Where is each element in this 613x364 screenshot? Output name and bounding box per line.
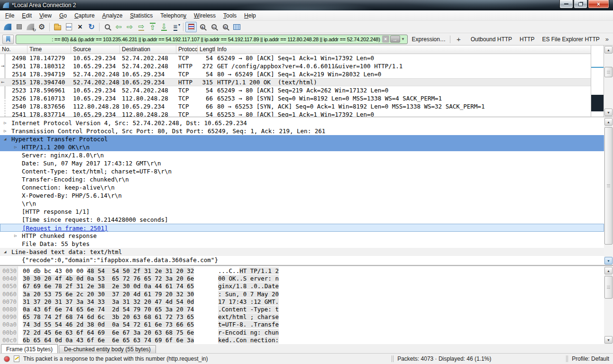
minimize-button[interactable] xyxy=(559,0,573,9)
find-packet-icon[interactable] xyxy=(101,22,113,32)
tab-frame-315-bytes-[interactable]: Frame (315 bytes) xyxy=(1,344,58,353)
go-back-icon[interactable] xyxy=(113,22,124,32)
hex-bytes[interactable]: 65 78 74 2f 68 74 6d 6c 3b 20 63 68 61 7… xyxy=(23,313,194,321)
close-button[interactable]: × xyxy=(588,0,609,9)
collapsed-expander-icon[interactable]: ▷ xyxy=(14,232,17,240)
hex-bytes[interactable]: 72 2d 45 6e 63 6f 64 69 6e 67 3a 20 63 6… xyxy=(23,329,194,337)
capture-options-icon[interactable] xyxy=(36,22,47,32)
scrollbar-thumb[interactable] xyxy=(604,276,613,299)
menu-telephony[interactable]: Telephony xyxy=(156,11,190,20)
auto-scroll-icon[interactable] xyxy=(170,22,181,32)
zoom-out-icon[interactable] xyxy=(208,22,220,32)
hex-ascii[interactable]: ext/html ; charse xyxy=(218,313,279,321)
expanded-expander-icon[interactable]: ◢ xyxy=(4,248,6,256)
expert-info-icon[interactable] xyxy=(4,356,10,362)
hex-row-00c0[interactable]: 00c06b 65 64 0d 0a 43 6f 6e 6e 65 63 74 … xyxy=(0,337,604,344)
display-filter-input[interactable]: : == 80) && (ip.addr == 103.235.46.231 |… xyxy=(16,35,408,44)
hex-ascii[interactable]: 17 17:43 :12 GMT. xyxy=(218,298,279,306)
restart-capture-icon[interactable] xyxy=(25,22,36,32)
column-header-length[interactable]: Length xyxy=(198,46,215,54)
detail-row[interactable]: ▷Internet Protocol Version 4, Src: 52.74… xyxy=(0,119,604,127)
menu-file[interactable]: File xyxy=(1,11,18,20)
hex-row-0030[interactable]: 003000 db bc 43 00 00 48 54 54 50 2f 31 … xyxy=(0,267,604,275)
detail-row[interactable]: File Data: 55 bytes xyxy=(0,240,604,248)
open-file-icon[interactable] xyxy=(52,22,63,32)
menu-edit[interactable]: Edit xyxy=(18,11,36,20)
filter-shortcut-button[interactable]: ES File Explorer HTTP xyxy=(538,35,603,44)
scroll-up-icon[interactable]: ▲ xyxy=(604,267,613,274)
start-capture-icon[interactable] xyxy=(2,22,13,32)
menu-help[interactable]: Help xyxy=(240,11,260,20)
go-forward-icon[interactable] xyxy=(124,22,136,32)
menu-go[interactable]: Go xyxy=(55,11,71,20)
detail-row[interactable]: \r\n xyxy=(0,200,604,208)
detail-row[interactable]: ▷Transmission Control Protocol, Src Port… xyxy=(0,127,604,135)
capture-comment-icon[interactable] xyxy=(14,355,19,362)
profile-label[interactable]: Profile: Default xyxy=(572,355,609,362)
column-header-destination[interactable]: Destination xyxy=(120,46,176,54)
scroll-down-icon[interactable]: ▼ xyxy=(604,257,613,264)
packet-row-2541[interactable]: 2541178.83771410.65.29.234112.80.248.28T… xyxy=(0,110,591,117)
details-scrollbar[interactable]: ▲ ▼ xyxy=(604,118,613,265)
scroll-up-icon[interactable]: ▲ xyxy=(604,118,613,126)
packet-row-2514[interactable]: 2514178.39471952.74.202.24810.65.29.234T… xyxy=(0,70,591,78)
scrollbar-thumb[interactable] xyxy=(604,127,613,245)
resize-columns-icon[interactable] xyxy=(231,22,242,32)
display-filter-text[interactable]: : == 80) && (ip.addr == 103.235.46.231 |… xyxy=(19,36,380,42)
hex-bytes[interactable]: 0a 43 6f 6e 74 65 6e 74 2d 54 79 70 65 3… xyxy=(23,306,194,313)
packet-row-2526[interactable]: 2526178.61071310.65.29.234112.80.248.28T… xyxy=(0,94,591,102)
packet-row-2540[interactable]: 2540178.837656112.80.248.2810.65.29.234T… xyxy=(0,102,591,110)
add-filter-button[interactable]: + xyxy=(452,35,465,43)
column-header-no[interactable]: No. xyxy=(0,46,27,54)
scroll-down-icon[interactable]: ▼ xyxy=(604,109,613,116)
save-file-icon[interactable] xyxy=(63,22,74,32)
hex-row-00b0[interactable]: 00b072 2d 45 6e 63 6f 64 69 6e 67 3a 20 … xyxy=(0,329,604,337)
hex-row-0040[interactable]: 004030 30 20 4f 4b 0d 0a 53 65 72 76 65 … xyxy=(0,275,604,282)
filter-bookmark-button[interactable] xyxy=(2,35,14,44)
scroll-down-icon[interactable]: ▼ xyxy=(604,336,613,344)
hex-ascii[interactable]: 00 OK..S erver: n xyxy=(218,275,279,282)
hex-row-00a0[interactable]: 00a074 3d 55 54 46 2d 38 0d 0a 54 72 61 … xyxy=(0,321,604,328)
scrollbar-thumb[interactable] xyxy=(604,67,613,77)
detail-row[interactable]: Connection: keep-alive\r\n xyxy=(0,183,604,191)
hex-bytes[interactable]: 30 30 20 4f 4b 0d 0a 53 65 72 76 65 72 3… xyxy=(23,275,194,282)
menu-wireless[interactable]: Wireless xyxy=(190,11,220,20)
filter-dropdown-icon[interactable]: ▼ xyxy=(400,37,406,41)
colorize-icon[interactable] xyxy=(185,22,197,32)
go-to-top-icon[interactable] xyxy=(147,22,158,32)
close-file-icon[interactable] xyxy=(74,22,86,32)
detail-row[interactable]: X-Powered-By: PHP/5.6.14\r\n xyxy=(0,191,604,200)
menu-capture[interactable]: Capture xyxy=(71,11,99,20)
toolbar-overflow-chevron[interactable]: » xyxy=(605,36,611,43)
expanded-expander-icon[interactable]: ◢ xyxy=(4,135,6,143)
hex-ascii[interactable]: r-Encodi ng: chun xyxy=(218,329,279,337)
stop-capture-icon[interactable] xyxy=(13,22,25,32)
hex-ascii[interactable]: ginx/1.8 .0..Date xyxy=(218,282,279,290)
detail-row[interactable]: {"recode":0,"domain":"ifappbox.msafe.dat… xyxy=(0,256,604,264)
filter-shortcut-button[interactable]: HTTP xyxy=(516,35,538,44)
hex-bytes[interactable]: 67 69 6e 78 2f 31 2e 38 2e 30 0d 0a 44 6… xyxy=(23,282,194,290)
detail-row[interactable]: Date: Sun, 07 May 2017 17:43:12 GMT\r\n xyxy=(0,159,604,167)
hex-bytes[interactable]: 6b 65 64 0d 0a 43 6f 6e 6e 65 63 74 69 6… xyxy=(23,337,194,344)
column-header-protocol[interactable]: Protocol xyxy=(176,46,198,54)
tab-de-chunked-entity-body-55-bytes-[interactable]: De-chunked entity body (55 bytes) xyxy=(59,345,156,353)
filter-clear-icon[interactable]: × xyxy=(382,36,389,43)
collapsed-expander-icon[interactable]: ▷ xyxy=(4,127,6,135)
detail-row[interactable]: [Request in frame: 2501] xyxy=(0,224,604,232)
intelligent-scrollbar-minimap[interactable] xyxy=(591,46,604,117)
go-to-bottom-icon[interactable] xyxy=(158,22,170,32)
packet-row-2501[interactable]: →2501178.18031210.65.29.23452.74.202.248… xyxy=(0,62,591,70)
packet-row-2498[interactable]: 2498178.14727910.65.29.23452.74.202.248T… xyxy=(0,54,591,62)
reload-icon[interactable] xyxy=(86,22,97,32)
hex-ascii[interactable]: .Content -Type: t xyxy=(218,306,279,313)
restore-button[interactable] xyxy=(574,0,587,9)
hex-bytes[interactable]: 3a 20 53 75 6e 2c 20 30 37 20 4d 61 79 2… xyxy=(23,291,194,298)
hex-row-0070[interactable]: 007031 37 20 31 37 3a 34 33 3a 31 32 20 … xyxy=(0,298,604,306)
filter-shortcut-button[interactable]: Outbound HTTP xyxy=(467,35,516,44)
hex-bytes[interactable]: 00 db bc 43 00 00 48 54 54 50 2f 31 2e 3… xyxy=(23,267,194,275)
hex-row-0050[interactable]: 005067 69 6e 78 2f 31 2e 38 2e 30 0d 0a … xyxy=(0,282,604,290)
column-header-time[interactable]: Time xyxy=(27,46,71,54)
detail-row[interactable]: [HTTP response 1/1] xyxy=(0,208,604,216)
collapsed-expander-icon[interactable]: ▷ xyxy=(4,119,6,127)
hex-row-0060[interactable]: 00603a 20 53 75 6e 2c 20 30 37 20 4d 61 … xyxy=(0,291,604,298)
